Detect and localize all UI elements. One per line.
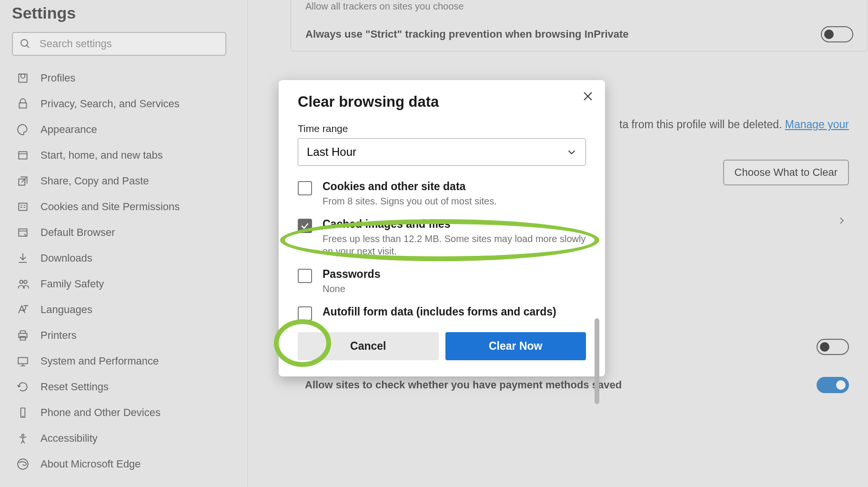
clear-option-row: Passwords None (298, 268, 586, 295)
clear-option-desc: Frees up less than 12.2 MB. Some sites m… (323, 233, 586, 257)
sidebar-item-label: Default Browser (40, 226, 115, 239)
clear-option-checkbox[interactable] (298, 269, 312, 283)
accessibility-icon (17, 432, 29, 445)
dialog-title: Clear browsing data (298, 93, 586, 111)
sidebar-item-downloads[interactable]: Downloads (12, 245, 235, 271)
sidebar-item-printers[interactable]: Printers (12, 323, 235, 348)
sidebar-item-about-microsoft-edge[interactable]: About Microsoft Edge (12, 451, 235, 477)
choose-what-to-clear-button[interactable]: Choose What to Clear (723, 160, 849, 185)
tracker-subtext: Allow all trackers on sites you choose (291, 0, 868, 18)
page-title: Settings (12, 4, 235, 22)
sidebar-item-label: Start, home, and new tabs (40, 149, 163, 162)
chevron-right-icon[interactable] (838, 215, 846, 226)
unknown-toggle[interactable] (817, 339, 849, 355)
sidebar-item-start-home-and-new-tabs[interactable]: Start, home, and new tabs (12, 142, 235, 168)
sidebar-item-label: Accessibility (40, 432, 98, 445)
sidebar-item-label: Reset Settings (40, 381, 109, 393)
dialog-scrollbar[interactable] (595, 318, 599, 404)
strict-tracking-toggle[interactable] (821, 26, 853, 42)
payment-label: Allow sites to check whether you have pa… (305, 379, 622, 391)
lock-icon (17, 98, 29, 110)
profile-icon (17, 72, 29, 84)
clear-browsing-data-dialog: Clear browsing data Time range Last Hour… (279, 80, 605, 376)
sidebar-nav: ProfilesPrivacy, Search, and ServicesApp… (12, 65, 235, 477)
sidebar-item-label: Phone and Other Devices (40, 406, 161, 419)
reset-icon (17, 381, 29, 393)
close-icon (582, 91, 594, 102)
sidebar-item-label: Privacy, Search, and Services (40, 98, 180, 110)
sidebar-item-family-safety[interactable]: Family Safety (12, 271, 235, 297)
phone-icon (17, 406, 29, 419)
family-icon (17, 278, 29, 290)
sidebar-item-appearance[interactable]: Appearance (12, 117, 235, 142)
printer-icon (17, 329, 29, 342)
download-icon (17, 252, 29, 264)
time-range-label: Time range (298, 123, 586, 134)
time-range-select[interactable]: Last Hour (298, 138, 586, 166)
strict-tracking-row: Always use "Strict" tracking prevention … (291, 18, 868, 51)
share-icon (17, 175, 29, 187)
language-icon (17, 304, 29, 316)
sidebar-item-profiles[interactable]: Profiles (12, 65, 235, 91)
cancel-button[interactable]: Cancel (298, 332, 439, 360)
svg-point-0 (21, 40, 28, 46)
sidebar-item-label: Share, Copy and Paste (40, 175, 149, 187)
browser-icon (17, 226, 29, 239)
edge-icon (17, 458, 29, 470)
chevron-down-icon (566, 147, 577, 157)
system-icon (17, 355, 29, 367)
window-icon (17, 149, 29, 162)
sidebar-item-phone-and-other-devices[interactable]: Phone and Other Devices (12, 400, 235, 426)
clear-option-desc: From 8 sites. Signs you out of most site… (323, 195, 497, 207)
sidebar-item-label: Downloads (40, 252, 92, 264)
sidebar-item-label: About Microsoft Edge (40, 458, 141, 470)
cookie-icon (17, 201, 29, 213)
manage-link[interactable]: Manage your (785, 118, 849, 131)
sidebar-item-share-copy-and-paste[interactable]: Share, Copy and Paste (12, 168, 235, 194)
sidebar-item-label: Profiles (40, 72, 75, 84)
search-icon (20, 38, 31, 50)
clear-option-title: Cached images and files (323, 218, 586, 231)
clear-option-row: Cached images and files Frees up less th… (298, 218, 586, 257)
palette-icon (17, 123, 29, 136)
close-button[interactable] (582, 91, 594, 104)
clear-option-row: Cookies and other site data From 8 sites… (298, 180, 586, 207)
sidebar-item-privacy-search-and-services[interactable]: Privacy, Search, and Services (12, 91, 235, 117)
sidebar-item-reset-settings[interactable]: Reset Settings (12, 374, 235, 400)
sidebar-item-label: Appearance (40, 123, 97, 136)
sidebar-item-label: Printers (40, 329, 77, 342)
settings-sidebar: Settings ProfilesPrivacy, Search, and Se… (0, 0, 248, 487)
clear-option-checkbox[interactable] (298, 181, 312, 195)
sidebar-item-label: Cookies and Site Permissions (40, 201, 180, 213)
sidebar-item-languages[interactable]: Languages (12, 297, 235, 323)
clear-option-checkbox[interactable] (298, 306, 312, 321)
sidebar-item-accessibility[interactable]: Accessibility (12, 426, 235, 451)
sidebar-item-cookies-and-site-permissions[interactable]: Cookies and Site Permissions (12, 194, 235, 220)
clear-option-title: Autofill form data (includes forms and c… (323, 305, 556, 318)
clear-now-button[interactable]: Clear Now (445, 332, 586, 360)
clear-option-row: Autofill form data (includes forms and c… (298, 305, 586, 321)
sidebar-item-system-and-performance[interactable]: System and Performance (12, 348, 235, 374)
dialog-button-row: Cancel Clear Now (298, 332, 586, 360)
clear-option-title: Passwords (323, 268, 380, 281)
sidebar-item-default-browser[interactable]: Default Browser (12, 220, 235, 245)
delete-text: ta from this profile will be deleted. (619, 118, 785, 131)
search-settings-box[interactable] (12, 32, 226, 56)
payment-toggle[interactable] (817, 377, 849, 393)
time-range-value: Last Hour (307, 145, 356, 159)
sidebar-item-label: System and Performance (40, 355, 159, 367)
clear-option-checkbox[interactable] (298, 219, 312, 233)
sidebar-item-label: Family Safety (40, 278, 104, 290)
sidebar-item-label: Languages (40, 304, 92, 316)
clear-option-desc: None (323, 283, 380, 295)
search-input[interactable] (40, 38, 219, 50)
clear-option-title: Cookies and other site data (323, 180, 497, 193)
strict-tracking-label: Always use "Strict" tracking prevention … (305, 28, 629, 41)
svg-line-1 (27, 45, 29, 48)
